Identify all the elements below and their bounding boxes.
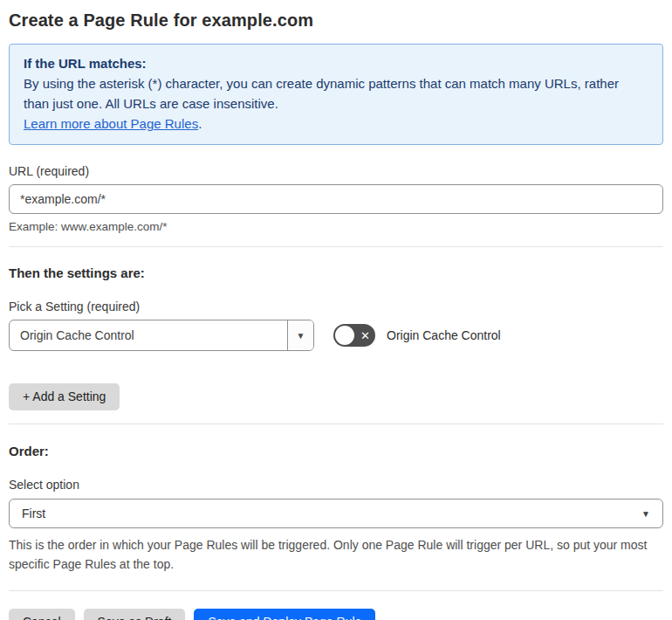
footer-actions: Cancel Save as Draft Save and Deploy Pag… [9, 609, 663, 620]
pick-setting-label: Pick a Setting (required) [9, 300, 663, 313]
info-box-link-line: Learn more about Page Rules. [24, 114, 648, 134]
origin-cache-control-toggle[interactable]: ✕ [333, 324, 375, 347]
order-select-value: First [22, 506, 641, 520]
info-box-body: By using the asterisk (*) character, you… [24, 73, 634, 114]
cancel-button[interactable]: Cancel [9, 609, 75, 620]
setting-select[interactable]: Origin Cache Control ▼ [9, 320, 314, 351]
learn-more-link[interactable]: Learn more about Page Rules [24, 116, 198, 131]
info-box-heading: If the URL matches: [24, 53, 648, 73]
order-select-label: Select option [9, 478, 663, 492]
setting-select-value: Origin Cache Control [10, 320, 287, 350]
chevron-down-icon: ▼ [297, 331, 305, 341]
save-as-draft-button[interactable]: Save as Draft [84, 609, 186, 620]
page-rule-form: Create a Page Rule for example.com If th… [0, 0, 672, 620]
url-match-info-box: If the URL matches: By using the asteris… [9, 44, 663, 145]
divider [9, 246, 663, 247]
divider [9, 590, 663, 591]
settings-section-heading: Then the settings are: [9, 265, 663, 280]
divider [9, 424, 663, 424]
order-select[interactable]: First ▼ [9, 499, 663, 528]
url-example-helper: Example: www.example.com/* [9, 220, 663, 233]
chevron-down-icon: ▼ [641, 509, 650, 519]
url-input[interactable] [9, 184, 663, 214]
add-setting-button[interactable]: + Add a Setting [9, 383, 120, 410]
toggle-knob [335, 326, 354, 345]
link-suffix: . [198, 116, 202, 131]
page-title: Create a Page Rule for example.com [9, 10, 663, 31]
url-field-label: URL (required) [9, 164, 663, 178]
setting-row: Origin Cache Control ▼ ✕ Origin Cache Co… [9, 320, 663, 351]
setting-select-arrow-button[interactable]: ▼ [287, 320, 313, 350]
toggle-label: Origin Cache Control [387, 328, 501, 342]
toggle-off-x-icon: ✕ [360, 330, 370, 341]
order-help-text: This is the order in which your Page Rul… [9, 535, 659, 574]
save-and-deploy-button[interactable]: Save and Deploy Page Rule [194, 609, 375, 620]
order-section-heading: Order: [9, 444, 663, 458]
